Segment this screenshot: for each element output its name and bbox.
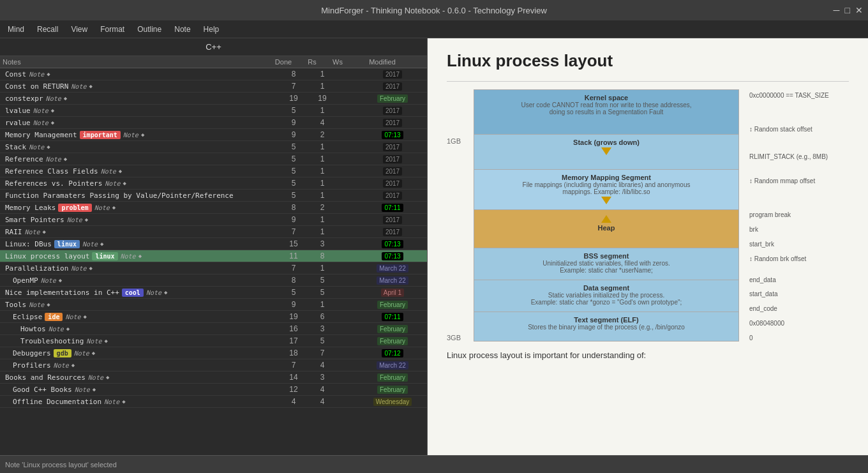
menu-format[interactable]: Format: [98, 24, 127, 35]
note-rs: 1: [310, 191, 335, 200]
note-rs: 1: [310, 300, 335, 309]
note-date: February: [361, 324, 424, 333]
table-row[interactable]: Offline Documentation Note ◆44Wednesday: [0, 396, 427, 408]
note-name: Memory Leaksproblem Note ◆: [3, 204, 278, 212]
mem-labels-left: 1GB 3GB: [447, 89, 466, 342]
table-row[interactable]: Smart Pointers Note ◆912017: [0, 214, 427, 226]
note-diamond-icon: ◆: [59, 277, 62, 283]
note-date: 07:13: [361, 239, 424, 248]
segment-kernel: Kernel space User code CANNOT read from …: [474, 90, 738, 135]
table-row[interactable]: rvalue Note ◆942017: [0, 117, 427, 129]
table-row[interactable]: Tools Note ◆91February: [0, 299, 427, 311]
note-type-label: Note: [101, 168, 116, 175]
note-type-label: Note: [104, 398, 119, 405]
maximize-button[interactable]: □: [845, 5, 850, 15]
table-row[interactable]: Reference Class Fields Note ◆512017: [0, 165, 427, 177]
table-row[interactable]: Stack Note ◆512017: [0, 141, 427, 153]
table-row[interactable]: RAII Note ◆712017: [0, 226, 427, 238]
note-done: 5: [278, 191, 310, 200]
table-row[interactable]: Function Paramaters Passing by Value/Poi…: [0, 190, 427, 202]
note-done: 7: [278, 227, 310, 236]
table-row[interactable]: References vs. Pointers Note ◆512017: [0, 177, 427, 190]
note-type-label: Note: [46, 95, 61, 102]
notes-list[interactable]: Const Note ◆812017Const on RETURN Note ◆…: [0, 68, 427, 455]
segment-heap: Heap: [474, 210, 738, 248]
heap-arrow-icon: [601, 215, 611, 223]
note-date: February: [361, 94, 424, 103]
table-row[interactable]: constexpr Note ◆1919February: [0, 93, 427, 105]
seg-bss-title: BSS segment: [477, 252, 736, 260]
table-row[interactable]: Howtos Note ◆163February: [0, 323, 427, 335]
table-row[interactable]: lvalue Note ◆512017: [0, 105, 427, 117]
note-diamond-icon: ◆: [51, 107, 54, 114]
table-row[interactable]: Parallelization Note ◆71March 22: [0, 262, 427, 274]
note-done: 11: [278, 252, 310, 260]
note-date: April 1: [361, 288, 424, 297]
table-row[interactable]: Good C++ Books Note ◆124February: [0, 384, 427, 396]
menu-note[interactable]: Note: [172, 24, 193, 35]
seg-kernel-desc: User code CANNOT read from nor write to …: [477, 101, 736, 116]
table-row[interactable]: Reference Note ◆512017: [0, 153, 427, 165]
minimize-button[interactable]: ─: [834, 5, 840, 15]
segment-bss: BSS segment Uninitialized static variabl…: [474, 248, 738, 280]
menu-recall[interactable]: Recall: [34, 24, 61, 35]
close-button[interactable]: ✕: [855, 5, 863, 15]
menu-outline[interactable]: Outline: [135, 24, 164, 35]
note-rs: 7: [310, 349, 335, 357]
note-name: Const on RETURN Note ◆: [3, 82, 278, 91]
note-name: Parallelization Note ◆: [3, 264, 278, 273]
status-text: Note 'Linux process layout' selected: [5, 461, 117, 469]
note-date: 07:13: [361, 252, 424, 260]
note-date: 07:11: [361, 312, 424, 321]
note-diamond-icon: ◆: [85, 216, 88, 223]
table-row[interactable]: Const on RETURN Note ◆712017: [0, 80, 427, 93]
note-name: Howtos Note ◆: [3, 325, 278, 333]
table-row[interactable]: Troubleshooting Note ◆175February: [0, 335, 427, 347]
note-done: 4: [278, 397, 310, 406]
table-row[interactable]: Books and Resources Note ◆143February: [0, 372, 427, 384]
table-row[interactable]: Nice implementations in C++cool Note ◆55…: [0, 287, 427, 299]
table-row[interactable]: Const Note ◆812017: [0, 68, 427, 80]
col-rs: Rs: [299, 58, 325, 66]
seg-data-desc: Static variables initialized by the proc…: [477, 292, 736, 306]
right-panel[interactable]: Linux process layout 1GB 3GB Kernel spac…: [428, 38, 868, 455]
note-date: 2017: [361, 70, 424, 79]
seg-mmap-desc: File mappings (including dynamic librari…: [523, 181, 691, 195]
note-name: Reference Note ◆: [3, 155, 278, 163]
note-done: 8: [278, 203, 310, 212]
note-diamond-icon: ◆: [47, 144, 50, 150]
note-rs: 2: [310, 130, 335, 139]
table-header: Notes Done Rs Ws Modified: [0, 56, 427, 68]
note-name: Good C++ Books Note ◆: [3, 386, 278, 394]
segment-data: Data segment Static variables initialize…: [474, 280, 738, 312]
note-diamond-icon: ◆: [92, 350, 95, 356]
note-type-label: Note: [74, 350, 89, 357]
note-diamond-icon: ◆: [112, 204, 116, 211]
note-date: Wednesday: [361, 397, 424, 406]
menu-help[interactable]: Help: [201, 24, 222, 35]
table-row[interactable]: Linux process layoutlinux Note ◆11807:13: [0, 250, 427, 262]
table-row[interactable]: Eclipseide Note ◆19607:11: [0, 311, 427, 323]
note-name: RAII Note ◆: [3, 228, 278, 236]
table-row[interactable]: Profilers Note ◆74March 22: [0, 359, 427, 372]
note-name: Const Note ◆: [3, 70, 278, 79]
table-row[interactable]: OpenMP Note ◆85March 22: [0, 274, 427, 287]
note-rs: 1: [310, 106, 335, 115]
table-row[interactable]: Debuggersgdb Note ◆18707:12: [0, 347, 427, 359]
menu-mind[interactable]: Mind: [5, 24, 27, 35]
note-done: 7: [278, 361, 310, 370]
note-name: lvalue Note ◆: [3, 107, 278, 115]
note-rs: 4: [310, 361, 335, 370]
table-row[interactable]: Memory Leaksproblem Note ◆8207:11: [0, 202, 427, 214]
note-done: 8: [278, 70, 310, 79]
titlebar: MindForger - Thinking Notebook - 0.6.0 -…: [0, 0, 868, 20]
note-done: 19: [278, 94, 310, 103]
note-tag: cool: [122, 289, 144, 297]
menu-view[interactable]: View: [68, 24, 90, 35]
table-row[interactable]: Linux: DBuslinux Note ◆15307:13: [0, 238, 427, 250]
rlabel-end-data: end_data: [749, 276, 849, 283]
note-date: 2017: [361, 179, 424, 188]
table-row[interactable]: Memory Managementimportant Note ◆9207:13: [0, 129, 427, 141]
content-divider: [447, 81, 849, 82]
col-scroll: [414, 58, 424, 66]
